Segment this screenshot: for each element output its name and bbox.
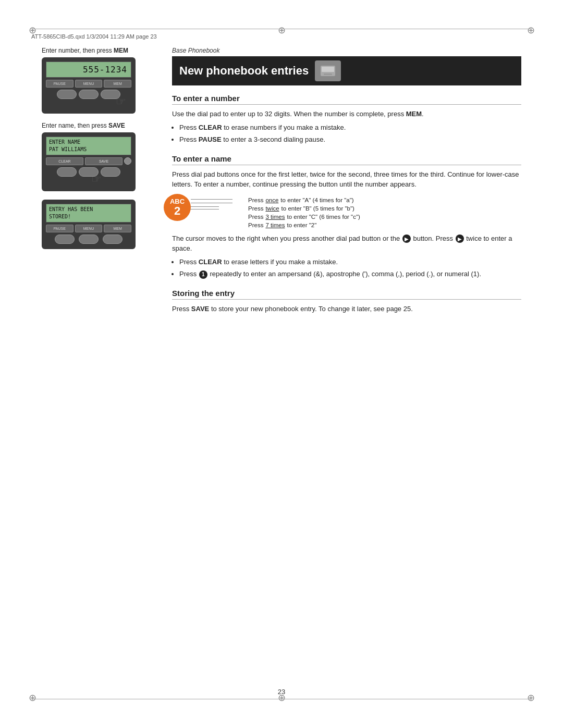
device-frame-1: 555-1234 PAUSE MENU MEM ☞ bbox=[42, 57, 136, 114]
btn-mem-3[interactable]: MEM bbox=[104, 225, 131, 232]
abc-diagram: ABC 2 Press once to enter "A" (4 times f… bbox=[177, 195, 521, 228]
left-col: Enter number, then press MEM 555-1234 PA… bbox=[42, 47, 156, 686]
circle-num-1: 1 bbox=[199, 270, 207, 279]
base-phonebook-label: Base Phonebook bbox=[172, 47, 521, 54]
round-btn-right-3[interactable] bbox=[103, 235, 123, 244]
btn-dot-2[interactable] bbox=[124, 157, 131, 165]
section2-cursor-text: The cursor moves to the right when you p… bbox=[172, 233, 521, 254]
header-bar: ATT-5865CIB-d5.qxd 1/3/2004 11:29 AM pag… bbox=[31, 29, 532, 44]
section1-title: To enter a number bbox=[172, 94, 521, 105]
device-round-row-1 bbox=[46, 90, 131, 99]
abc-line-1: Press once to enter "A" (4 times for "a"… bbox=[248, 197, 360, 203]
phone-icon-box bbox=[315, 60, 341, 81]
bullet-item-3: Press CLEAR to erase letters if you make… bbox=[179, 257, 521, 267]
btn-pause-1[interactable]: PAUSE bbox=[46, 80, 74, 88]
device-display-1: 555-1234 bbox=[46, 61, 131, 78]
abc-line-2: Press twice to enter "B" (5 times for "b… bbox=[248, 205, 360, 212]
section3-text: Press SAVE to store your new phonebook e… bbox=[172, 304, 521, 314]
subsection-storing: Storing the entry Press SAVE to store yo… bbox=[172, 289, 521, 314]
svg-rect-1 bbox=[322, 67, 334, 72]
device-display-3: ENTRY HAS BEEN STORED! bbox=[46, 204, 131, 223]
device-btn-row-2: CLEAR SAVE bbox=[46, 157, 131, 165]
instruction-label-1: Enter number, then press MEM bbox=[42, 47, 156, 54]
round-btn-left-1[interactable] bbox=[57, 90, 77, 99]
circle-arrow-icon-1: ▶ bbox=[402, 235, 411, 243]
page-number: 23 bbox=[278, 688, 285, 696]
section1-text: Use the dial pad to enter up to 32 digit… bbox=[172, 109, 521, 119]
reg-mark-bottom-left: ⊕ bbox=[27, 693, 38, 703]
round-btn-left-3[interactable] bbox=[55, 235, 75, 244]
device-block-3: ENTRY HAS BEEN STORED! PAUSE MENU MEM bbox=[42, 200, 156, 249]
bullet-item-4: Press 1 repeatedly to enter an ampersand… bbox=[179, 269, 521, 279]
device-block-1: Enter number, then press MEM 555-1234 PA… bbox=[42, 47, 156, 114]
round-btn-mid-2[interactable] bbox=[79, 167, 99, 177]
device-btn-row-3: PAUSE MENU MEM bbox=[46, 225, 131, 232]
device-round-row-2 bbox=[46, 167, 131, 177]
section-title-bar: New phonebook entries bbox=[172, 56, 521, 85]
section2-main-text: Press dial pad buttons once for the firs… bbox=[172, 169, 521, 190]
header-text: ATT-5865CIB-d5.qxd 1/3/2004 11:29 AM pag… bbox=[31, 33, 157, 40]
abc-line-4: Press 7 times to enter "2" bbox=[248, 222, 360, 228]
section2-bullet-list: Press CLEAR to erase letters if you make… bbox=[179, 257, 521, 279]
section2-title: To enter a name bbox=[172, 154, 521, 165]
circle-arrow-icon-2: ▶ bbox=[456, 235, 464, 243]
btn-mem-1[interactable]: MEM bbox=[104, 80, 131, 88]
section3-title: Storing the entry bbox=[172, 289, 521, 300]
round-btn-mid-1[interactable] bbox=[79, 90, 99, 99]
main-content: Enter number, then press MEM 555-1234 PA… bbox=[42, 47, 521, 686]
round-btn-mid-3[interactable] bbox=[79, 235, 99, 244]
round-btn-right-1[interactable] bbox=[101, 90, 120, 99]
bullet-item-2: Press PAUSE to enter a 3-second dialing … bbox=[179, 134, 521, 145]
abc-line-3: Press 3 times to enter "C" (6 times for … bbox=[248, 214, 360, 220]
device-btn-row-1: PAUSE MENU MEM bbox=[46, 80, 131, 88]
abc-badge-num: 2 bbox=[174, 205, 180, 217]
svg-rect-2 bbox=[324, 73, 332, 75]
btn-clear-2[interactable]: CLEAR bbox=[46, 157, 83, 165]
device-round-row-3 bbox=[46, 235, 131, 244]
section-title-text: New phonebook entries bbox=[179, 64, 309, 78]
abc-lines: Press once to enter "A" (4 times for "a"… bbox=[248, 195, 360, 228]
page-border-bottom bbox=[31, 699, 532, 699]
device-frame-2: ENTER NAME PAT WILLIAMS CLEAR SAVE ☞ bbox=[42, 132, 136, 191]
btn-save-2[interactable]: SAVE bbox=[85, 157, 123, 165]
btn-pause-3[interactable]: PAUSE bbox=[46, 225, 74, 232]
reg-mark-bottom-right: ⊕ bbox=[525, 693, 536, 703]
section1-bullet-list: Press CLEAR to erase numbers if you make… bbox=[179, 122, 521, 145]
bullet-item-1: Press CLEAR to erase numbers if you make… bbox=[179, 122, 521, 133]
round-btn-left-2[interactable] bbox=[57, 167, 77, 177]
device-frame-3: ENTRY HAS BEEN STORED! PAUSE MENU MEM bbox=[42, 200, 136, 249]
subsection-enter-name: To enter a name Press dial pad buttons o… bbox=[172, 154, 521, 279]
subsection-enter-number: To enter a number Use the dial pad to en… bbox=[172, 94, 521, 145]
instruction-label-2: Enter name, then press SAVE bbox=[42, 122, 156, 129]
btn-menu-1[interactable]: MENU bbox=[75, 80, 103, 88]
right-col: Base Phonebook New phonebook entries To … bbox=[172, 47, 521, 686]
round-btn-right-2[interactable] bbox=[101, 167, 120, 177]
phone-icon bbox=[320, 64, 336, 78]
abc-badge: ABC 2 bbox=[164, 194, 191, 221]
device-display-2: ENTER NAME PAT WILLIAMS bbox=[46, 137, 131, 155]
btn-menu-3[interactable]: MENU bbox=[75, 225, 103, 232]
device-block-2: Enter name, then press SAVE ENTER NAME P… bbox=[42, 122, 156, 191]
